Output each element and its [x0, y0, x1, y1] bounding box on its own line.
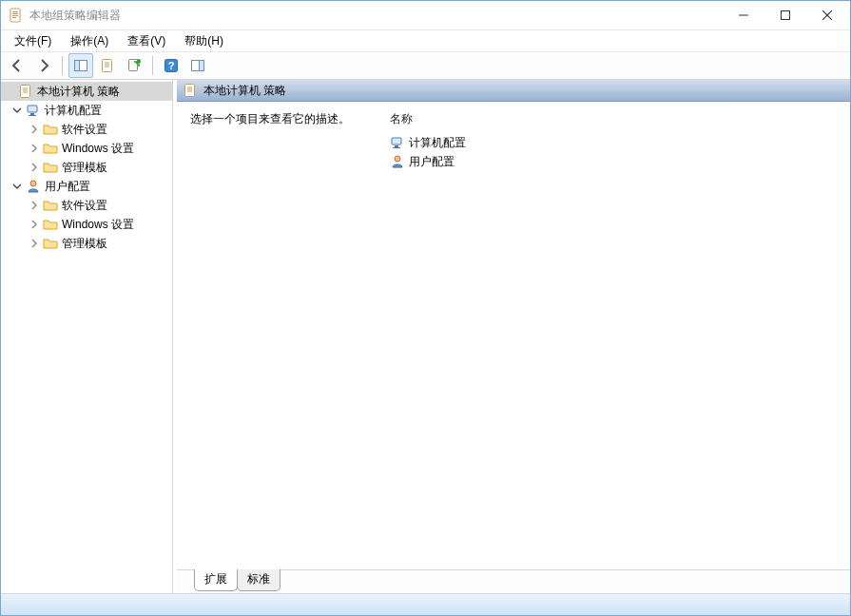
tree-item-label: Windows 设置	[62, 141, 134, 157]
main-body: 本地计算机 策略 计算机配置	[1, 80, 850, 593]
expand-icon[interactable]	[28, 123, 41, 136]
toolbar: ?	[1, 52, 850, 80]
tree-item-uc-windows[interactable]: Windows 设置	[1, 215, 172, 234]
tree-item-cc-windows[interactable]: Windows 设置	[1, 139, 172, 158]
folder-icon	[43, 217, 58, 232]
policy-icon	[183, 83, 198, 98]
svg-text:?: ?	[168, 60, 175, 71]
description-prompt: 选择一个项目来查看它的描述。	[190, 111, 361, 127]
properties-button[interactable]	[95, 53, 120, 78]
show-hide-action-pane-button[interactable]	[185, 53, 210, 78]
svg-rect-33	[395, 145, 398, 147]
tree-item-label: 软件设置	[62, 122, 107, 138]
tree-item-label: 管理模板	[62, 236, 107, 252]
svg-point-27	[30, 181, 36, 186]
expand-icon[interactable]	[28, 142, 41, 155]
tree-item-computer-config[interactable]: 计算机配置	[1, 101, 172, 120]
collapse-icon[interactable]	[10, 104, 24, 117]
menu-view[interactable]: 查看(V)	[118, 31, 175, 51]
folder-icon	[43, 236, 58, 251]
tree-item-cc-software[interactable]: 软件设置	[1, 120, 172, 139]
svg-rect-1	[12, 11, 18, 12]
folder-icon	[43, 198, 58, 213]
svg-rect-10	[75, 61, 80, 71]
name-column-header[interactable]: 名称	[390, 111, 837, 127]
tree-item-label: 软件设置	[62, 198, 107, 214]
expand-icon[interactable]	[28, 237, 41, 250]
description-column: 选择一个项目来查看它的描述。	[190, 111, 361, 560]
tab-extended[interactable]: 扩展	[194, 569, 238, 591]
list-item-user-config[interactable]: 用户配置	[390, 152, 837, 171]
list-column: 名称 计算机配置	[390, 111, 837, 560]
expand-icon[interactable]	[28, 161, 41, 174]
menu-help[interactable]: 帮助(H)	[175, 31, 233, 51]
app-window: 本地组策略编辑器 文件(F) 操作(A) 查看(V) 帮助(H)	[0, 0, 851, 616]
title-bar: 本地组策略编辑器	[1, 1, 850, 30]
menu-file[interactable]: 文件(F)	[5, 31, 61, 51]
svg-rect-3	[12, 15, 18, 16]
minimize-button[interactable]	[723, 2, 764, 29]
window-controls	[723, 2, 848, 29]
tree-item-cc-templates[interactable]: 管理模板	[1, 158, 172, 177]
detail-header-title: 本地计算机 策略	[203, 83, 286, 99]
tab-standard[interactable]: 标准	[237, 569, 280, 591]
tree-item-label: 用户配置	[45, 179, 90, 195]
svg-rect-19	[200, 61, 204, 71]
policy-icon	[18, 84, 33, 99]
collapse-icon[interactable]	[10, 180, 24, 193]
tree-item-label: 计算机配置	[45, 103, 102, 119]
svg-rect-28	[185, 85, 195, 97]
status-bar	[1, 593, 850, 615]
tab-strip: 扩展 标准	[177, 569, 850, 593]
computer-icon	[390, 135, 405, 150]
svg-rect-4	[12, 17, 16, 18]
window-title: 本地组策略编辑器	[29, 8, 723, 24]
detail-pane: 本地计算机 策略 选择一个项目来查看它的描述。 名称	[177, 80, 850, 593]
show-hide-tree-button[interactable]	[68, 53, 93, 78]
menu-action[interactable]: 操作(A)	[61, 31, 118, 51]
close-button[interactable]	[806, 2, 848, 29]
user-icon	[26, 179, 41, 194]
svg-rect-24	[28, 106, 37, 112]
svg-rect-25	[30, 113, 34, 115]
tree-pane[interactable]: 本地计算机 策略 计算机配置	[1, 80, 173, 593]
menu-bar: 文件(F) 操作(A) 查看(V) 帮助(H)	[1, 30, 850, 52]
tree-item-label: 管理模板	[62, 160, 107, 176]
svg-rect-20	[21, 86, 30, 98]
computer-icon	[26, 103, 41, 118]
list-item-label: 用户配置	[409, 154, 455, 170]
toolbar-separator	[62, 56, 63, 75]
svg-point-35	[395, 156, 400, 162]
app-icon	[9, 8, 24, 23]
folder-icon	[43, 160, 58, 175]
forward-button[interactable]	[31, 53, 56, 78]
export-list-button[interactable]	[122, 53, 146, 78]
maximize-button[interactable]	[764, 2, 806, 29]
tree-item-uc-software[interactable]: 软件设置	[1, 196, 172, 215]
list-item-computer-config[interactable]: 计算机配置	[390, 133, 837, 152]
tree-item-uc-templates[interactable]: 管理模板	[1, 234, 172, 253]
svg-rect-32	[392, 138, 401, 144]
svg-rect-6	[782, 11, 790, 20]
back-button[interactable]	[5, 53, 29, 78]
tree-item-label: Windows 设置	[62, 217, 134, 233]
toolbar-separator	[152, 56, 153, 75]
blank-twisty	[3, 85, 16, 98]
list-item-label: 计算机配置	[409, 135, 466, 151]
detail-body: 选择一个项目来查看它的描述。 名称 计算机配置	[177, 102, 850, 569]
tree-item-user-config[interactable]: 用户配置	[1, 177, 172, 196]
svg-rect-11	[103, 60, 112, 72]
svg-rect-26	[29, 115, 36, 116]
expand-icon[interactable]	[28, 199, 41, 212]
tree-item-label: 本地计算机 策略	[37, 84, 120, 100]
expand-icon[interactable]	[28, 218, 41, 231]
tree-item-root[interactable]: 本地计算机 策略	[1, 82, 172, 101]
help-button[interactable]: ?	[159, 53, 184, 78]
detail-header: 本地计算机 策略	[177, 80, 850, 102]
user-icon	[390, 154, 405, 169]
folder-icon	[43, 122, 58, 137]
svg-rect-34	[393, 147, 400, 148]
svg-rect-2	[12, 13, 18, 14]
folder-icon	[43, 141, 58, 156]
